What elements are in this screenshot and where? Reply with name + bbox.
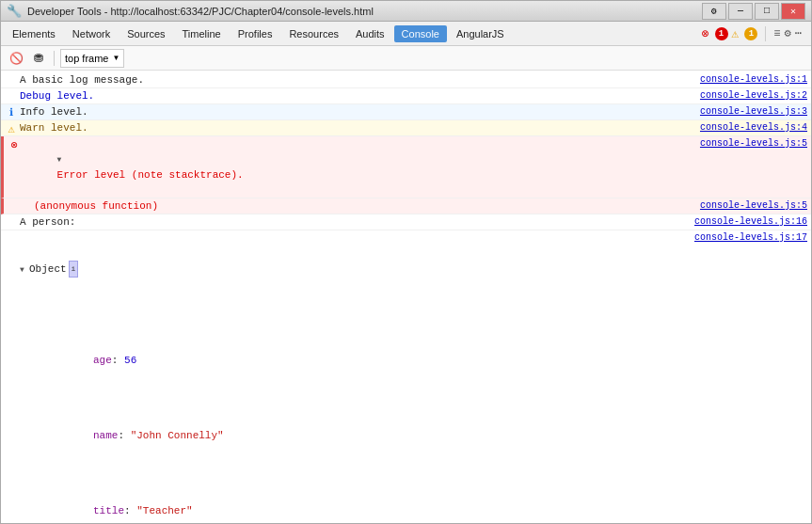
object-source[interactable]: console-levels.js:17 bbox=[687, 232, 807, 243]
warn-count-badge: 1 bbox=[744, 27, 757, 40]
menu-elements[interactable]: Elements bbox=[5, 25, 63, 42]
error-icon-row: ⊗ bbox=[8, 138, 21, 152]
toolbar: 🚫 ⛃ top frame ▼ bbox=[1, 46, 811, 71]
object-expand[interactable] bbox=[20, 262, 29, 278]
debug-source[interactable]: console-levels.js:2 bbox=[693, 90, 807, 101]
error-count-badge: 1 bbox=[715, 27, 728, 40]
log-source[interactable]: console-levels.js:1 bbox=[693, 74, 807, 85]
close-btn[interactable]: ✕ bbox=[781, 3, 805, 20]
log-row: A basic log message. console-levels.js:1 bbox=[1, 72, 811, 88]
debug-text: Debug level. bbox=[20, 88, 693, 103]
warn-text: Warn level. bbox=[20, 120, 693, 135]
settings-icon: ⚙ bbox=[785, 26, 791, 40]
info-row: ℹ Info level. console-levels.js:3 bbox=[1, 104, 811, 120]
object-label: Object bbox=[29, 262, 67, 277]
log-text: A basic log message. bbox=[20, 72, 693, 87]
warn-icon: ⚠ bbox=[5, 122, 18, 136]
object-props-block: age: 56 name: "John Connelly" title: "Te… bbox=[20, 308, 687, 524]
window-controls: ⚙ — □ ✕ bbox=[702, 3, 805, 20]
menu-console[interactable]: Console bbox=[394, 25, 447, 42]
menu-audits[interactable]: Audits bbox=[348, 25, 392, 42]
menu-resources[interactable]: Resources bbox=[281, 25, 346, 42]
prop-name: name: "John Connelly" bbox=[31, 413, 687, 458]
person-label-source[interactable]: console-levels.js:16 bbox=[687, 216, 807, 227]
title-text: Developer Tools - http://localhost:63342… bbox=[27, 6, 696, 17]
minimize-btn[interactable]: — bbox=[728, 3, 753, 20]
warn-icon: ⚠ bbox=[732, 26, 740, 41]
person-label-row: A person: console-levels.js:16 bbox=[1, 214, 811, 230]
error-sub-row: (anonymous function) console-levels.js:5 bbox=[1, 198, 811, 214]
filter-btn[interactable]: ⛃ bbox=[29, 49, 48, 68]
menu-profiles[interactable]: Profiles bbox=[231, 25, 280, 42]
person-label-text: A person: bbox=[20, 214, 687, 230]
frame-arrow: ▼ bbox=[112, 54, 119, 62]
error-row: ⊗ Error level (note stacktrace). console… bbox=[1, 136, 811, 198]
info-text: Info level. bbox=[20, 104, 693, 119]
frame-select[interactable]: top frame ▼ bbox=[60, 49, 124, 68]
toolbar-separator bbox=[54, 51, 55, 66]
error-content: Error level (note stacktrace). bbox=[20, 136, 693, 198]
title-bar: 🔧 Developer Tools - http://localhost:633… bbox=[1, 1, 811, 22]
error-sub-source[interactable]: console-levels.js:5 bbox=[693, 200, 807, 211]
console-area[interactable]: A basic log message. console-levels.js:1… bbox=[1, 71, 811, 524]
object-content: Object i age: 56 name: "John Connelly" t… bbox=[20, 230, 687, 524]
prop-title: title: "Teacher" bbox=[31, 488, 687, 524]
more-icon: ⋯ bbox=[795, 26, 802, 40]
error-sub-text: (anonymous function) bbox=[34, 198, 693, 214]
clear-btn[interactable]: 🚫 bbox=[7, 49, 25, 68]
error-source[interactable]: console-levels.js:5 bbox=[693, 138, 807, 149]
menu-bar: Elements Network Sources Timeline Profil… bbox=[1, 22, 811, 46]
info-icon: ℹ bbox=[5, 106, 18, 119]
menu-timeline[interactable]: Timeline bbox=[175, 25, 229, 42]
prop-age: age: 56 bbox=[31, 338, 687, 383]
maximize-btn[interactable]: □ bbox=[755, 3, 779, 20]
frame-label: top frame bbox=[65, 53, 108, 64]
menu-angularjs[interactable]: AngularJS bbox=[449, 25, 512, 42]
menu-sources[interactable]: Sources bbox=[119, 25, 172, 42]
error-icon: ⊗ bbox=[702, 26, 709, 41]
object-badge[interactable]: i bbox=[69, 261, 79, 278]
info-source[interactable]: console-levels.js:3 bbox=[693, 106, 807, 117]
warn-row: ⚠ Warn level. console-levels.js:4 bbox=[1, 120, 811, 136]
debug-row: Debug level. console-levels.js:2 bbox=[1, 88, 811, 104]
menu-network[interactable]: Network bbox=[65, 25, 118, 42]
app-icon: 🔧 bbox=[7, 4, 22, 19]
stack-icon: ≡ bbox=[773, 27, 780, 40]
error-expand[interactable] bbox=[57, 151, 67, 167]
warn-source[interactable]: console-levels.js:4 bbox=[693, 122, 807, 133]
object-row: Object i age: 56 name: "John Connelly" t… bbox=[1, 230, 811, 524]
settings-btn[interactable]: ⚙ bbox=[702, 3, 726, 20]
